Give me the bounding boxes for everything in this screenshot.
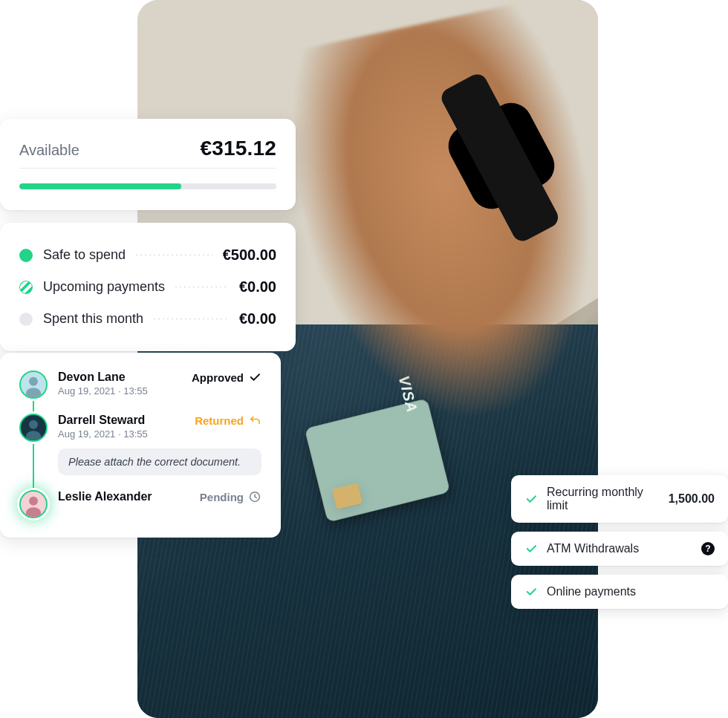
budget-value: €0.00 <box>239 310 276 327</box>
status-label: Pending <box>200 491 244 503</box>
svg-point-3 <box>26 431 41 440</box>
status-label: Approved <box>192 371 244 384</box>
approver-name: Devon Lane <box>58 371 148 384</box>
card-features-list: Recurring monthly limit 1,500.00 ATM Wit… <box>511 475 728 609</box>
svg-point-5 <box>26 507 41 517</box>
help-icon[interactable]: ? <box>701 542 715 555</box>
feature-label: Recurring monthly limit <box>547 486 660 512</box>
available-label: Available <box>19 142 79 159</box>
budget-breakdown-card: Safe to spend €500.00 Upcoming payments … <box>0 223 296 351</box>
avatar <box>19 371 48 399</box>
budget-value: €500.00 <box>223 247 276 264</box>
budget-value: €0.00 <box>239 278 276 296</box>
budget-label: Spent this month <box>43 311 143 327</box>
svg-point-0 <box>29 377 38 386</box>
feature-online-payments: Online payments <box>511 575 728 609</box>
status-pending: Pending <box>200 490 261 503</box>
balance-progress <box>19 183 276 189</box>
svg-point-2 <box>29 420 38 429</box>
return-note: Please attach the correct document. <box>58 448 261 475</box>
avatar <box>19 414 48 442</box>
clock-icon <box>248 490 261 503</box>
checkmark-icon <box>248 371 261 384</box>
striped-dot-icon <box>19 281 33 294</box>
approver-name: Darrell Steward <box>58 414 148 427</box>
checkmark-icon <box>524 585 538 598</box>
approval-item: Leslie Alexander Pending <box>19 490 261 518</box>
dot-icon <box>19 249 33 262</box>
approval-item: Darrell Steward Aug 19, 2021 · 13:55 Ret… <box>19 414 261 490</box>
status-label: Returned <box>195 414 244 427</box>
checkmark-icon <box>524 492 538 506</box>
status-approved: Approved <box>192 371 261 384</box>
approver-timestamp: Aug 19, 2021 · 13:55 <box>58 385 148 396</box>
budget-label: Safe to spend <box>43 247 126 263</box>
balance-progress-fill <box>19 183 181 189</box>
checkmark-icon <box>524 542 538 555</box>
approver-timestamp: Aug 19, 2021 · 13:55 <box>58 428 148 440</box>
feature-label: Online payments <box>547 585 715 598</box>
svg-point-1 <box>26 388 41 397</box>
status-returned: Returned <box>195 414 261 427</box>
return-arrow-icon <box>248 414 261 427</box>
avatar <box>19 490 48 518</box>
budget-row-spent: Spent this month €0.00 <box>19 303 276 335</box>
approval-item: Devon Lane Aug 19, 2021 · 13:55 Approved <box>19 371 261 414</box>
budget-label: Upcoming payments <box>43 279 165 295</box>
available-balance-card: Available €315.12 <box>0 119 296 210</box>
budget-row-safe: Safe to spend €500.00 <box>19 239 276 271</box>
svg-point-4 <box>29 497 38 506</box>
feature-label: ATM Withdrawals <box>547 542 692 555</box>
approvals-card: Devon Lane Aug 19, 2021 · 13:55 Approved <box>0 353 281 538</box>
available-amount: €315.12 <box>200 137 276 160</box>
feature-recurring-limit: Recurring monthly limit 1,500.00 <box>511 475 728 523</box>
dot-icon <box>19 313 33 326</box>
approver-name: Leslie Alexander <box>58 490 152 503</box>
feature-atm-withdrawals: ATM Withdrawals ? <box>511 532 728 566</box>
feature-value: 1,500.00 <box>669 492 715 506</box>
budget-row-upcoming: Upcoming payments €0.00 <box>19 271 276 303</box>
